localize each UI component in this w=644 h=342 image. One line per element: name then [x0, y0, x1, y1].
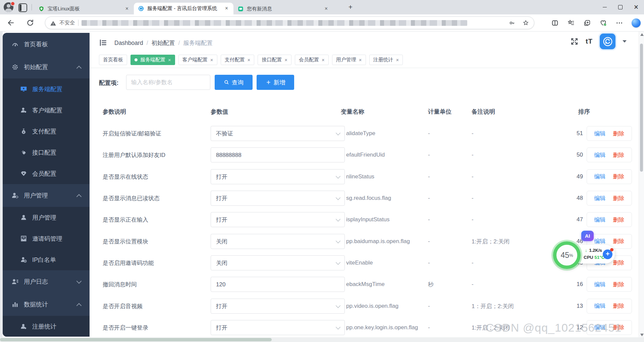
maximize-button[interactable] — [612, 0, 628, 14]
tag-close-icon[interactable] — [359, 57, 362, 62]
breadcrumb-separator: / — [147, 40, 148, 47]
edit-button[interactable]: 编辑 — [594, 302, 606, 310]
delete-button[interactable]: 删除 — [613, 237, 625, 245]
tag-close-icon[interactable] — [210, 57, 213, 62]
sidebar-item[interactable]: 用户日志 — [3, 270, 90, 293]
sidebar-item[interactable]: 用户管理 — [3, 184, 90, 207]
fullscreen-icon[interactable] — [570, 37, 579, 46]
ai-assistant-badge[interactable]: AI — [581, 231, 594, 241]
tag-chip[interactable]: 用户管理 — [332, 55, 366, 65]
sidebar-item[interactable]: 首页看板 — [3, 33, 90, 56]
param-value-select[interactable]: 打开 — [211, 169, 345, 184]
sidebar-item[interactable]: 初始配置 — [3, 56, 90, 78]
tab-close-icon[interactable] — [124, 6, 130, 12]
edit-button[interactable]: 编辑 — [594, 216, 606, 224]
edit-button[interactable]: 编辑 — [594, 237, 606, 245]
search-button[interactable]: 查询 — [215, 75, 253, 90]
settings-menu-icon[interactable] — [615, 19, 623, 27]
delete-button[interactable]: 删除 — [613, 130, 625, 137]
param-value-select[interactable]: 关闭 — [211, 234, 345, 249]
delete-button[interactable]: 删除 — [613, 151, 625, 159]
remark: - — [472, 195, 474, 202]
tag-chip[interactable]: 服务端配置 — [130, 55, 175, 65]
browser-tab[interactable]: 服务端配置 - 言讯后台管理系统 — [134, 3, 233, 14]
tag-chip[interactable]: 首页看板 — [99, 55, 127, 65]
copilot-icon[interactable] — [632, 18, 641, 27]
vertical-scroll-thumb[interactable] — [640, 44, 643, 172]
tag-close-icon[interactable] — [248, 57, 251, 62]
back-icon[interactable] — [7, 19, 15, 27]
horizontal-scroll-thumb[interactable] — [0, 338, 272, 341]
sidebar-item[interactable]: 支付配置 — [3, 121, 90, 142]
cpu-usage-ring[interactable]: 45 % — [553, 241, 581, 269]
sidebar-item[interactable]: 客户端配置 — [3, 100, 90, 121]
favorite-star-icon[interactable] — [522, 19, 529, 26]
param-value-select[interactable]: 不验证 — [211, 126, 345, 141]
tab-title: 您有新消息 — [247, 6, 320, 12]
tab-close-icon[interactable] — [224, 6, 229, 11]
font-size-icon[interactable] — [586, 38, 593, 45]
param-value-input[interactable] — [211, 277, 345, 292]
edit-button[interactable]: 编辑 — [594, 130, 606, 137]
tag-close-icon[interactable] — [322, 57, 325, 62]
sidebar-item[interactable]: 接口配置 — [3, 142, 90, 163]
param-value-select[interactable]: 打开 — [211, 320, 345, 335]
new-tab-button[interactable] — [346, 3, 355, 12]
address-bar[interactable]: 不安全 — [45, 16, 534, 29]
delete-button[interactable]: 删除 — [613, 194, 625, 202]
minimize-button[interactable] — [597, 0, 612, 14]
delete-button[interactable]: 删除 — [613, 216, 625, 224]
tag-close-icon[interactable] — [284, 57, 287, 62]
favorites-bar-icon[interactable] — [567, 19, 575, 27]
avatar-dropdown-caret[interactable] — [623, 40, 627, 43]
delete-button[interactable]: 删除 — [613, 302, 625, 310]
param-value-input[interactable] — [211, 148, 345, 163]
sidebar-item[interactable]: 邀请码管理 — [3, 228, 90, 249]
tag-chip[interactable]: 支付配置 — [221, 55, 255, 65]
scroll-down-icon[interactable] — [640, 334, 644, 336]
variable-name: nlineStatus — [346, 173, 374, 180]
tag-close-icon[interactable] — [168, 57, 171, 62]
avatar[interactable] — [600, 34, 615, 49]
workspaces-icon[interactable] — [18, 3, 27, 12]
sidebar-item[interactable]: 数据统计 — [3, 293, 90, 316]
sidebar-item[interactable]: 服务端配置 — [3, 78, 90, 100]
delete-button[interactable]: 删除 — [613, 173, 625, 180]
breadcrumb-init-config[interactable]: 初始配置 — [152, 39, 175, 47]
sidebar-item[interactable]: 会员配置 — [3, 163, 90, 184]
browser-essentials-icon[interactable] — [599, 19, 607, 27]
split-screen-icon[interactable] — [551, 19, 559, 27]
edit-button[interactable]: 编辑 — [594, 194, 606, 202]
edit-button[interactable]: 编辑 — [594, 151, 606, 159]
tag-chip[interactable]: 客户端配置 — [178, 55, 217, 65]
browser-tab[interactable]: 宝塔Linux面板 — [34, 3, 134, 14]
sidebar-item[interactable]: IP白名单 — [3, 249, 90, 270]
param-value-select[interactable]: 打开 — [211, 191, 345, 206]
sidebar-item[interactable]: 注册统计 — [3, 316, 90, 337]
close-button[interactable] — [628, 0, 644, 14]
browser-tab[interactable]: 您有新消息 — [233, 3, 333, 14]
vertical-scrollbar[interactable] — [639, 32, 644, 342]
edit-button[interactable]: 编辑 — [594, 281, 606, 288]
tag-chip[interactable]: 注册统计 — [369, 55, 403, 65]
tag-chip[interactable]: 会员配置 — [295, 55, 329, 65]
param-value-select[interactable]: 打开 — [211, 298, 345, 314]
param-value-select[interactable]: 打开 — [211, 212, 345, 227]
add-button[interactable]: 新增 — [257, 75, 294, 90]
collapse-sidebar-icon[interactable] — [99, 39, 107, 46]
tab-close-icon[interactable] — [323, 6, 329, 12]
delete-button[interactable]: 删除 — [613, 281, 625, 288]
collections-icon[interactable] — [583, 19, 591, 27]
search-input[interactable] — [126, 75, 210, 90]
tag-chip[interactable]: 接口配置 — [258, 55, 291, 65]
scroll-up-icon[interactable] — [640, 33, 644, 36]
password-key-icon[interactable] — [508, 19, 516, 26]
refresh-icon[interactable] — [26, 19, 34, 27]
breadcrumb-dashboard[interactable]: Dashboard — [114, 40, 143, 47]
horizontal-scrollbar[interactable] — [0, 337, 644, 342]
sidebar-item[interactable]: 用户管理 — [3, 207, 90, 228]
delete-button[interactable]: 删除 — [613, 259, 625, 267]
edit-button[interactable]: 编辑 — [594, 173, 606, 180]
param-value-select[interactable]: 关闭 — [211, 255, 345, 270]
tag-close-icon[interactable] — [396, 57, 399, 62]
